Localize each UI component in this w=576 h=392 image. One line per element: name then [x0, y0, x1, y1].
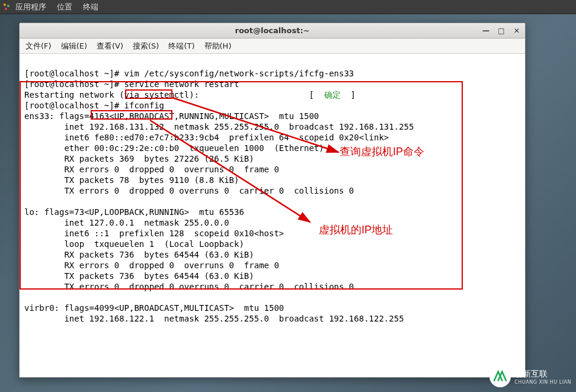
minimize-button[interactable]: —	[480, 25, 492, 37]
menu-terminal[interactable]: 终端(T)	[168, 41, 194, 52]
menu-edit[interactable]: 编辑(E)	[61, 41, 87, 52]
close-button[interactable]: ✕	[511, 25, 523, 37]
highlight-box-ip	[91, 110, 172, 120]
svg-point-0	[4, 4, 6, 6]
arrow-ip	[150, 120, 316, 227]
terminal-window: root@localhost:~ — □ ✕ 文件(F) 编辑(E) 查看(V)…	[19, 23, 526, 378]
menu-applications[interactable]: 应用程序	[15, 2, 46, 12]
menu-help[interactable]: 帮助(H)	[204, 41, 232, 52]
watermark-text: 创新互联 CHUANG XIN HU LIAN	[514, 369, 571, 385]
menu-terminal[interactable]: 终端	[83, 2, 98, 12]
term-line: [root@localhost ~]# vim /etc/sysconfig/n…	[24, 69, 354, 78]
menu-file[interactable]: 文件(F)	[25, 41, 52, 52]
term-line: virbr0: flags=4099<UP,BROADCAST,MULTICAS…	[24, 303, 284, 313]
desktop-top-panel: 应用程序 位置 终端	[0, 0, 576, 14]
svg-line-4	[150, 120, 310, 222]
menu-places[interactable]: 位置	[57, 2, 72, 12]
terminal-menubar: 文件(F) 编辑(E) 查看(V) 搜索(S) 终端(T) 帮助(H)	[20, 38, 525, 54]
menu-view[interactable]: 查看(V)	[97, 41, 123, 52]
activities-icon	[2, 2, 12, 12]
terminal-output[interactable]: [root@localhost ~]# vim /etc/sysconfig/n…	[20, 54, 525, 377]
maximize-button[interactable]: □	[495, 25, 507, 37]
annotation-command: 查询虚拟机IP命令	[340, 146, 424, 157]
window-titlebar[interactable]: root@localhost:~ — □ ✕	[20, 23, 525, 38]
watermark-logo	[489, 366, 511, 387]
annotation-ip: 虚拟机的IP地址	[319, 224, 393, 235]
svg-point-1	[7, 5, 9, 7]
menu-search[interactable]: 搜索(S)	[133, 41, 159, 52]
svg-point-2	[5, 8, 7, 10]
window-title: root@localhost:~	[235, 26, 309, 35]
watermark: 创新互联 CHUANG XIN HU LIAN	[489, 366, 571, 387]
highlight-box-command	[125, 89, 172, 99]
term-line: inet 192.168.122.1 netmask 255.255.255.0…	[24, 314, 404, 323]
